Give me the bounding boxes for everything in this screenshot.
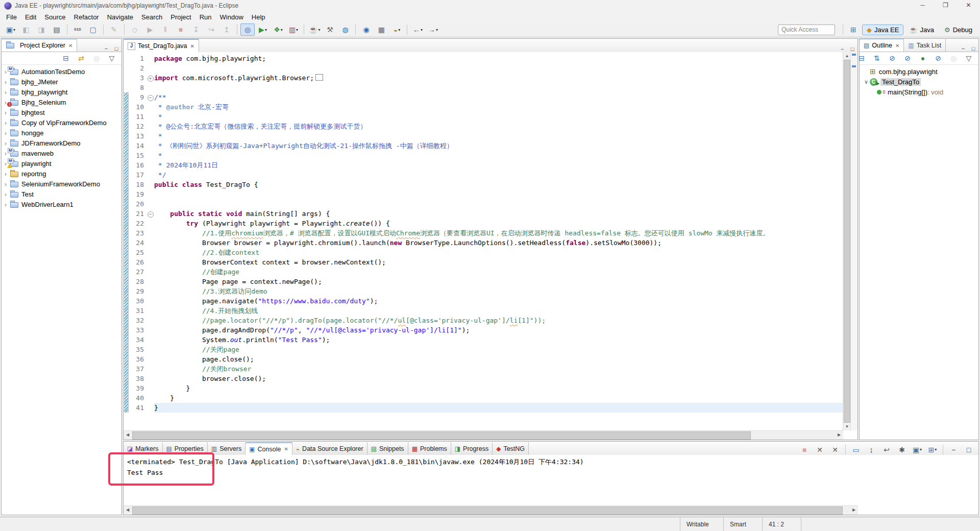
tab-progress[interactable]: ◨Progress — [451, 442, 493, 455]
code-line-17[interactable]: 17 */ — [124, 170, 843, 180]
tab-data-source-explorer[interactable]: ◒Data Source Explorer — [292, 442, 368, 455]
data-source-button[interactable]: ◒▾ — [389, 23, 404, 36]
project-reportng[interactable]: ›reportng — [2, 168, 121, 179]
step-over-button[interactable]: ↪ — [204, 23, 218, 36]
view-menu-icon[interactable]: ▽ — [105, 53, 119, 63]
code-line-13[interactable]: 13 * — [124, 131, 843, 141]
project-bjhg-playwright[interactable]: ›bjhg_playwright — [2, 87, 121, 97]
scrollbar-thumb[interactable] — [132, 506, 843, 515]
close-icon[interactable]: ✕ — [68, 43, 72, 49]
scrollbar-thumb[interactable] — [132, 431, 751, 440]
menu-run[interactable]: Run — [195, 12, 216, 22]
code-line-11[interactable]: 11 * — [124, 112, 843, 122]
code-line-30[interactable]: 30 page.navigate("https://www.baidu.com/… — [124, 296, 843, 306]
back-button[interactable]: ←▾ — [410, 23, 425, 36]
code-line-40[interactable]: 40 } — [124, 393, 843, 403]
pin-console-icon[interactable]: ✱ — [895, 445, 909, 455]
perspective-java-ee[interactable]: ◆Java EE — [862, 25, 903, 35]
code-line-36[interactable]: 36 page.close(); — [124, 354, 843, 364]
tab-outline[interactable]: ▤ Outline ✕ — [860, 38, 904, 52]
code-line-41[interactable]: 41} — [124, 403, 843, 413]
scroll-up-icon[interactable]: ▲ — [843, 52, 851, 60]
terminate-button[interactable]: ■ — [174, 23, 188, 36]
expand-chevron-icon[interactable]: › — [2, 119, 10, 127]
view-menu-icon[interactable]: ▽ — [962, 53, 976, 63]
outline-item-method[interactable]: S main(String[]) : void — [860, 87, 978, 97]
open-console-icon[interactable]: ⊞▾ — [925, 445, 940, 455]
tab-project-explorer[interactable]: Project Explorer ✕ — [2, 38, 77, 52]
forward-button[interactable]: →▾ — [426, 23, 440, 36]
open-perspective-button[interactable]: ⊞ — [846, 23, 861, 36]
code-line-34[interactable]: 34 System.out.println("Test Pass"); — [124, 335, 843, 345]
tab-snippets[interactable]: ▤Snippets — [368, 442, 408, 455]
collapse-all-icon[interactable]: ⊟ — [59, 53, 73, 63]
minimize-icon[interactable]: − — [101, 45, 111, 52]
perspective-debug[interactable]: ⚙Debug — [940, 25, 977, 35]
expand-chevron-icon[interactable]: › — [2, 129, 10, 137]
web-browser-button[interactable]: ◉ — [359, 23, 373, 36]
fold-collapse-icon[interactable]: − — [148, 211, 154, 218]
expand-chevron-icon[interactable]: › — [2, 201, 10, 208]
collapse-all-icon[interactable]: ⊟ — [854, 53, 869, 63]
project-bjhgtest[interactable]: ›bjhgtest — [2, 107, 121, 117]
link-with-editor-icon[interactable]: ⇄ — [74, 53, 88, 63]
code-line-38[interactable]: 38 browser.close(); — [124, 374, 843, 383]
maximize-icon[interactable]: □ — [968, 45, 978, 52]
overview-ruler[interactable] — [850, 52, 857, 430]
hide-non-public-icon[interactable]: ● — [916, 53, 930, 63]
menu-help[interactable]: Help — [248, 12, 270, 22]
scroll-down-icon[interactable]: ▼ — [843, 423, 851, 430]
project-bjhg-jmeter[interactable]: ›bjhg_JMeter — [2, 77, 121, 87]
edit-annotation-button[interactable]: ✎ — [107, 23, 121, 36]
quick-access-input[interactable]: Quick Access — [778, 25, 835, 35]
outline-item-class[interactable]: ∨ C▶ Test_DragTo — [860, 77, 978, 87]
ant-button[interactable]: ⚒ — [323, 23, 337, 36]
code-line-39[interactable]: 39 } — [124, 383, 843, 393]
maximize-icon[interactable]: □ — [847, 46, 857, 52]
hide-fields-icon[interactable]: ⊘ — [885, 53, 899, 63]
code-line-26[interactable]: 26 BrowserContext context = browser.newC… — [124, 257, 843, 267]
save-button[interactable]: ◧ — [19, 23, 33, 36]
menu-source[interactable]: Source — [40, 12, 69, 22]
code-line-27[interactable]: 27 //创建page — [124, 267, 843, 277]
tab-testng[interactable]: ◆TestNG — [493, 442, 529, 455]
new-java-project-button[interactable]: ☕▾ — [307, 23, 322, 36]
code-line-22[interactable]: 22 try (Playwright playwright = Playwrig… — [124, 219, 843, 228]
maximize-icon[interactable]: □ — [111, 45, 121, 52]
code-line-32[interactable]: 32 //page.locator("//*/p").dragTo(page.l… — [124, 316, 843, 325]
maximize-button[interactable]: ❐ — [934, 0, 957, 11]
menu-project[interactable]: Project — [166, 12, 195, 22]
coverage-button[interactable]: ▥▾ — [286, 23, 301, 36]
open-type-button[interactable]: ◍ — [338, 23, 352, 36]
code-line-8[interactable]: 8 — [124, 83, 843, 92]
project-hongge[interactable]: ›hongge — [2, 128, 121, 138]
tab-task-list[interactable]: ▥ Task List — [904, 38, 946, 52]
sort-icon[interactable]: ⇅ — [870, 53, 884, 63]
project-seleniumframeworkdemo[interactable]: ›SeleniumFrameworkDemo — [2, 179, 121, 189]
project-bjhg-selenium[interactable]: ›!Bjhg_Selenium — [2, 97, 121, 107]
print-button[interactable]: ▤ — [50, 23, 64, 36]
code-line-3[interactable]: 3+import com.microsoft.playwright.Browse… — [124, 73, 843, 83]
display-selected-console-icon[interactable]: ▣▾ — [910, 445, 924, 455]
fold-expand-icon[interactable]: + — [148, 76, 154, 82]
expand-chevron-icon[interactable]: › — [2, 190, 10, 198]
servers-button[interactable]: ▦ — [374, 23, 388, 36]
expand-chevron-icon[interactable]: › — [2, 139, 10, 147]
folded-region-box[interactable] — [315, 74, 323, 81]
expand-chevron-icon[interactable]: › — [2, 78, 10, 86]
new-web-component-button[interactable]: ▢ — [86, 23, 100, 36]
code-line-20[interactable]: 20 — [124, 199, 843, 209]
code-line-29[interactable]: 29 //3.浏览器访问demo — [124, 286, 843, 296]
tab-test-dragto-java[interactable]: J Test_DragTo.java ✕ — [124, 39, 199, 52]
editor-horizontal-scrollbar[interactable]: ◀ ▶ — [124, 430, 843, 440]
code-line-12[interactable]: 12 * @公众号:北京宏哥（微信搜索，关注宏哥，提前解锁更多测试干货） — [124, 122, 843, 131]
menu-edit[interactable]: Edit — [21, 12, 40, 22]
code-line-19[interactable]: 19 — [124, 189, 843, 199]
expand-chevron-icon[interactable]: › — [2, 180, 10, 188]
menu-file[interactable]: File — [2, 12, 21, 22]
project-test[interactable]: ›Test — [2, 189, 121, 199]
scroll-right-icon[interactable]: ▶ — [850, 506, 858, 514]
hide-local-types-icon[interactable]: ⊘ — [931, 53, 945, 63]
code-editor[interactable]: 1package com.bjhg.playwright;23+import c… — [124, 52, 843, 430]
toggle-mark-occurrences-button[interactable]: 010 — [70, 23, 85, 36]
